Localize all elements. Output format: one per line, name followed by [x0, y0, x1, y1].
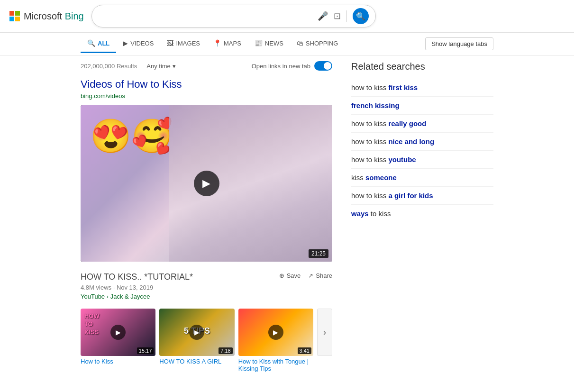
related-item-3[interactable]: how to kiss nice and long [351, 133, 493, 151]
related-link-2[interactable]: how to kiss really good [351, 119, 426, 128]
news-icon: 📰 [255, 39, 263, 47]
nav-maps-label: MAPS [224, 40, 241, 47]
related-item-6[interactable]: how to kiss a girl for kids [351, 187, 493, 205]
thumb-item-3[interactable]: ▶ 3:41 How to Kiss with Tongue | Kissing… [238, 309, 313, 372]
thumb-item-2[interactable]: 5 TIPS ▶ 7:18 HOW TO KISS A GIRL [159, 309, 234, 372]
time-filter-button[interactable]: Any time ▾ [146, 63, 176, 70]
thumb-2-image: 5 TIPS ▶ 7:18 [159, 309, 234, 356]
toggle-slider [314, 61, 332, 71]
video-channel: Jack & Jaycee [110, 293, 150, 300]
visual-search-icon[interactable]: ⊡ [334, 11, 341, 21]
header: Microsoft Bing how to kiss 🎤 ⊡ 🔍 [0, 0, 574, 33]
nav-all-label: ALL [98, 40, 109, 47]
thumb-3-duration: 3:41 [298, 347, 311, 354]
related-item-5[interactable]: kiss someone [351, 169, 493, 187]
logo-text: Microsoft Bing [24, 11, 84, 22]
thumb-3-title: How to Kiss with Tongue | Kissing Tips [238, 358, 313, 372]
microsoft-logo-grid [9, 11, 20, 21]
related-item-1[interactable]: french kissing [351, 97, 493, 115]
navigation: 🔍 ALL ▶ VIDEOS 🖼 IMAGES 📍 MAPS 📰 NEWS 🛍 … [0, 33, 574, 55]
search-divider [346, 10, 347, 22]
videos-section-url: bing.com/videos [81, 92, 332, 100]
related-pre-4: how to kiss [351, 155, 388, 164]
show-language-tabs-button[interactable]: Show language tabs [425, 37, 493, 50]
related-bold-2: really good [388, 119, 426, 128]
nav-maps[interactable]: 📍 MAPS [207, 35, 248, 53]
nav-videos[interactable]: ▶ VIDEOS [116, 35, 160, 53]
thumb-3-play-button[interactable]: ▶ [268, 325, 283, 340]
main-content: 202,000,000 Results Any time ▾ Open link… [81, 61, 332, 372]
couple-gradient [169, 105, 332, 262]
sidebar: Related searches how to kiss first kiss … [351, 61, 493, 372]
related-link-7[interactable]: ways to kiss [351, 210, 391, 218]
main-video-container[interactable]: 😍🥰 ▶ 21:25 [81, 105, 332, 262]
thumb-2-duration: 7:18 [219, 347, 232, 354]
content-area: 202,000,000 Results Any time ▾ Open link… [0, 61, 574, 372]
main-video-title: HOW TO KISS.. *TUTORIAL* [81, 272, 193, 282]
related-link-4[interactable]: how to kiss youtube [351, 155, 416, 164]
time-filter-label: Any time [146, 63, 171, 70]
thumb-1-text-overlay: HOWTOKISS [84, 312, 100, 337]
microphone-icon[interactable]: 🎤 [318, 11, 328, 21]
related-link-0[interactable]: how to kiss first kiss [351, 83, 418, 91]
chevron-down-icon: ▾ [173, 63, 176, 70]
all-icon: 🔍 [87, 39, 95, 47]
main-video-source: YouTube › Jack & Jaycee [81, 293, 193, 300]
maps-icon: 📍 [213, 39, 221, 47]
related-bold-0: first kiss [388, 83, 418, 91]
related-pre-2: how to kiss [351, 119, 388, 128]
related-item-0[interactable]: how to kiss first kiss [351, 79, 493, 97]
logo-blue [9, 17, 14, 21]
new-tab-toggle[interactable] [314, 61, 332, 71]
meta-separator: · [113, 284, 117, 291]
search-bar: how to kiss 🎤 ⊡ 🔍 [91, 5, 376, 27]
main-video-info: HOW TO KISS.. *TUTORIAL* 4.8M views · No… [81, 267, 332, 303]
logo-yellow [15, 17, 20, 21]
thumb-item-1[interactable]: HOWTOKISS ▶ 15:17 How to Kiss [81, 309, 155, 372]
related-pre-6: how to kiss [351, 191, 388, 200]
related-item-2[interactable]: how to kiss really good [351, 115, 493, 133]
related-link-5[interactable]: kiss someone [351, 173, 397, 182]
images-icon: 🖼 [167, 39, 173, 47]
results-count: 202,000,000 Results [81, 63, 137, 70]
nav-images[interactable]: 🖼 IMAGES [160, 35, 207, 53]
related-item-7[interactable]: ways to kiss [351, 205, 493, 222]
thumb-2-play-button[interactable]: ▶ [189, 325, 204, 340]
related-bold-4: youtube [388, 155, 416, 164]
thumb-1-image: HOWTOKISS ▶ 15:17 [81, 309, 155, 356]
thumb-1-play-button[interactable]: ▶ [110, 325, 126, 340]
thumb-next-button[interactable]: › [317, 309, 332, 356]
related-pre-3: how to kiss [351, 137, 388, 146]
related-link-1[interactable]: french kissing [351, 101, 400, 109]
nav-shopping[interactable]: 🛍 SHOPPING [290, 35, 345, 53]
related-link-3[interactable]: how to kiss nice and long [351, 137, 434, 146]
main-video-thumb: 😍🥰 ▶ 21:25 [81, 105, 332, 262]
share-button[interactable]: ↗ Share [308, 272, 332, 279]
video-platform: YouTube [81, 293, 105, 300]
nav-news[interactable]: 📰 NEWS [248, 35, 290, 53]
share-label: Share [316, 272, 332, 279]
related-link-6[interactable]: how to kiss a girl for kids [351, 191, 433, 200]
thumb-3-image: ▶ 3:41 [238, 309, 313, 356]
emoji-overlay: 😍🥰 [90, 119, 173, 153]
main-video-play-button[interactable]: ▶ [194, 171, 219, 196]
search-button[interactable]: 🔍 [353, 8, 369, 24]
search-input[interactable]: how to kiss [99, 11, 313, 21]
main-video-date: Nov 13, 2019 [117, 284, 153, 291]
nav-news-label: NEWS [265, 40, 283, 47]
main-video-views: 4.8M views [81, 284, 111, 291]
videos-section-title[interactable]: Videos of How to Kiss [81, 78, 332, 91]
shopping-icon: 🛍 [297, 39, 303, 47]
video-couple-bg [169, 105, 332, 262]
results-meta: 202,000,000 Results Any time ▾ Open link… [81, 61, 332, 71]
nav-all[interactable]: 🔍 ALL [81, 35, 116, 53]
new-tab-label: Open links in new tab [252, 63, 310, 70]
logo-red [9, 11, 14, 16]
related-bold-6: a girl for kids [388, 191, 433, 200]
thumb-nav: › [317, 309, 332, 372]
related-pre-5: kiss [351, 173, 365, 182]
save-button[interactable]: ⊕ Save [279, 272, 301, 279]
related-item-4[interactable]: how to kiss youtube [351, 151, 493, 169]
nav-shopping-label: SHOPPING [306, 40, 338, 47]
main-video-meta: 4.8M views · Nov 13, 2019 [81, 284, 193, 291]
